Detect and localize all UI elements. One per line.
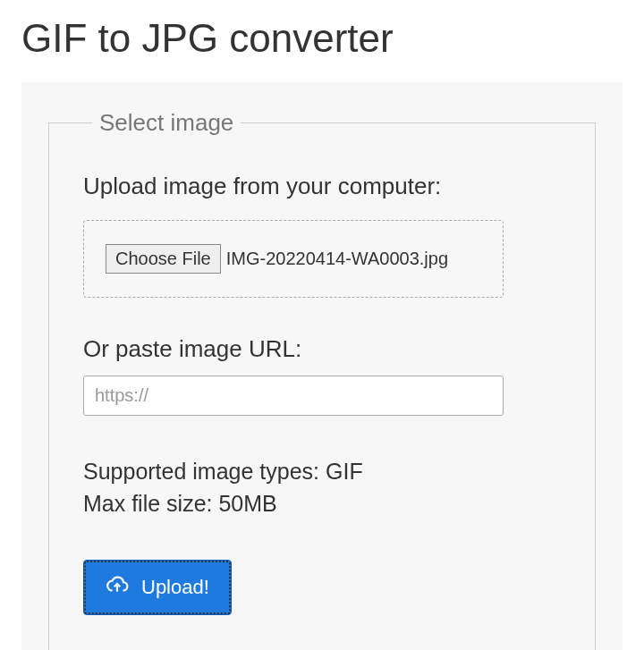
upload-button-label: Upload! (141, 576, 209, 599)
page-title: GIF to JPG converter (0, 0, 644, 82)
file-drop-zone[interactable]: Choose File IMG-20220414-WA0003.jpg (83, 220, 504, 298)
image-url-input[interactable] (83, 376, 504, 416)
chosen-filename: IMG-20220414-WA0003.jpg (226, 249, 448, 269)
select-image-fieldset: Select image Upload image from your comp… (48, 109, 596, 650)
choose-file-button[interactable]: Choose File (106, 244, 221, 274)
cloud-upload-icon (106, 573, 129, 602)
fieldset-legend: Select image (92, 109, 241, 137)
upload-button[interactable]: Upload! (83, 560, 232, 615)
paste-url-label: Or paste image URL: (83, 335, 561, 363)
upload-from-computer-label: Upload image from your computer: (83, 173, 561, 200)
file-input-row: Choose File IMG-20220414-WA0003.jpg (106, 244, 481, 274)
upload-panel: Select image Upload image from your comp… (21, 82, 623, 650)
max-file-size-text: Max file size: 50MB (83, 487, 561, 519)
supported-types-text: Supported image types: GIF (83, 455, 561, 487)
